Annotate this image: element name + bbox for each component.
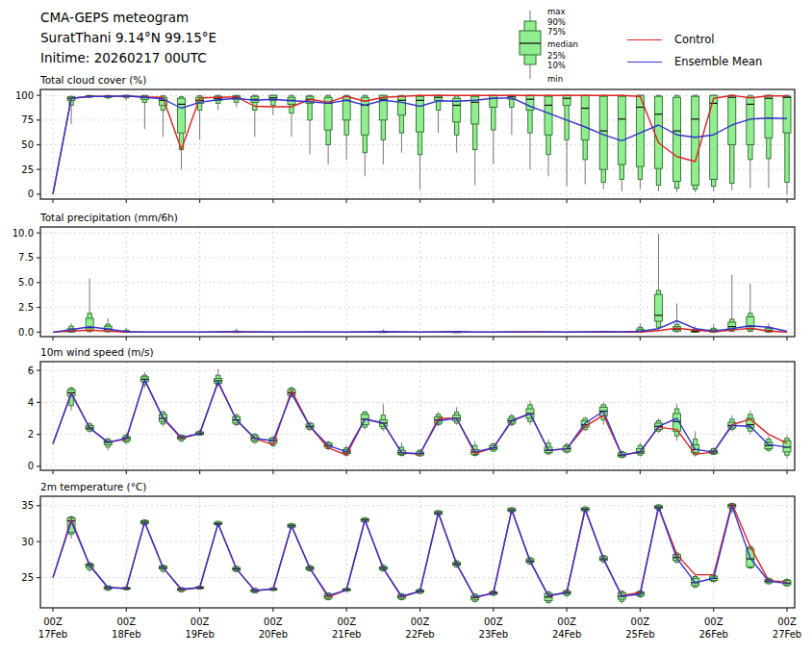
- panel-title: 10m wind speed (m/s): [40, 346, 154, 358]
- line-legend: Control Ensemble Mean: [627, 29, 762, 72]
- boxplot-legend-label: 25%: [547, 51, 566, 61]
- grid: [40, 227, 795, 337]
- x-tick-label-date: 21Feb: [332, 629, 361, 640]
- boxplots-group: [67, 368, 791, 458]
- y-axis: 0.02.55.07.510.0: [13, 228, 40, 338]
- boxplot-legend-glyph: max90%75%median25%10%min: [520, 7, 578, 84]
- panel-title: 2m temperature (°C): [40, 481, 146, 492]
- x-tick-label-date: 22Feb: [405, 629, 434, 640]
- x-tick-label-date: 20Feb: [259, 629, 288, 640]
- y-tick-label: 0: [28, 189, 34, 199]
- x-tick-label-date: 17Feb: [38, 629, 67, 640]
- y-axis: 0246: [28, 365, 40, 472]
- x-tick-label-hour: 00Z: [43, 616, 63, 627]
- y-tick-label: 2.5: [18, 302, 34, 313]
- ensemble-mean-line-swatch: [627, 62, 662, 63]
- x-tick-label-date: 19Feb: [185, 629, 214, 640]
- y-tick-label: 25: [21, 164, 34, 175]
- wind-speed-panel: 024610m wind speed (m/s): [0, 344, 812, 479]
- y-axis: 253035: [21, 500, 40, 583]
- y-tick-label: 6: [28, 365, 34, 376]
- x-tick-label-date: 24Feb: [552, 629, 581, 640]
- control-line-swatch: [627, 39, 662, 40]
- y-axis: 0255075100: [15, 90, 40, 200]
- y-tick-label: 30: [21, 537, 34, 547]
- y-tick-label: 10.0: [13, 228, 34, 239]
- precipitation-panel: 0.02.55.07.510.0Total precipitation (mm/…: [0, 210, 812, 344]
- y-tick-label: 7.5: [18, 252, 34, 263]
- y-tick-label: 5.0: [18, 277, 34, 288]
- boxplots-group: [67, 234, 773, 333]
- y-tick-label: 35: [21, 500, 34, 511]
- x-tick-label-hour: 00Z: [704, 616, 723, 627]
- y-tick-label: 4: [28, 397, 34, 408]
- y-tick-label: 100: [15, 90, 34, 101]
- plot-frame: [40, 227, 795, 337]
- x-tick-label-hour: 00Z: [777, 616, 797, 627]
- x-tick-label-hour: 00Z: [631, 616, 650, 627]
- x-tick-label-hour: 00Z: [411, 616, 430, 627]
- legend-item-control: Control: [627, 29, 762, 50]
- x-tick-label-hour: 00Z: [117, 616, 137, 627]
- temperature-panel: 25303500Z17Feb00Z18Feb00Z19Feb00Z20Feb00…: [0, 479, 812, 654]
- cloud-cover-panel: 0255075100Total cloud cover (%): [0, 75, 812, 210]
- y-tick-label: 50: [21, 139, 34, 150]
- station-location: SuratThani 9.14°N 99.15°E: [40, 28, 216, 48]
- ensemble-mean-label: Ensemble Mean: [674, 55, 762, 68]
- x-tick-label-date: 27Feb: [773, 629, 801, 640]
- x-tick-label-date: 18Feb: [112, 629, 140, 640]
- boxplot-legend-label: 75%: [547, 27, 566, 37]
- header: CMA-GEPS meteogram SuratThani 9.14°N 99.…: [40, 8, 216, 68]
- x-tick-label-hour: 00Z: [484, 616, 503, 627]
- panel-title: Total cloud cover (%): [39, 75, 146, 86]
- panel-title: Total precipitation (mm/6h): [39, 212, 178, 223]
- init-time: Initime: 20260217 00UTC: [40, 48, 216, 68]
- x-tick-label-date: 23Feb: [479, 629, 508, 640]
- boxplot-legend-label: max: [547, 7, 566, 16]
- y-tick-label: 0.0: [18, 327, 34, 338]
- boxplot-legend-label: median: [547, 39, 578, 49]
- boxplot-legend-label: 90%: [547, 17, 566, 27]
- y-tick-label: 75: [21, 114, 34, 125]
- x-tick-label-hour: 00Z: [337, 616, 356, 627]
- x-tick-label-date: 25Feb: [625, 629, 654, 640]
- page-title: CMA-GEPS meteogram: [40, 8, 216, 28]
- x-tick-label-date: 26Feb: [698, 629, 727, 640]
- control-label: Control: [674, 33, 715, 46]
- y-tick-label: 25: [21, 572, 34, 583]
- x-tick-label-hour: 00Z: [264, 616, 283, 627]
- x-axis-labels: 00Z17Feb00Z18Feb00Z19Feb00Z20Feb00Z21Feb…: [38, 616, 801, 640]
- legend-item-ensemble-mean: Ensemble Mean: [627, 51, 762, 72]
- y-tick-label: 0: [28, 461, 34, 471]
- boxplot-legend-label: 10%: [547, 61, 566, 70]
- x-tick-label-hour: 00Z: [557, 616, 576, 627]
- y-tick-label: 2: [28, 429, 34, 440]
- x-tick-label-hour: 00Z: [190, 616, 210, 627]
